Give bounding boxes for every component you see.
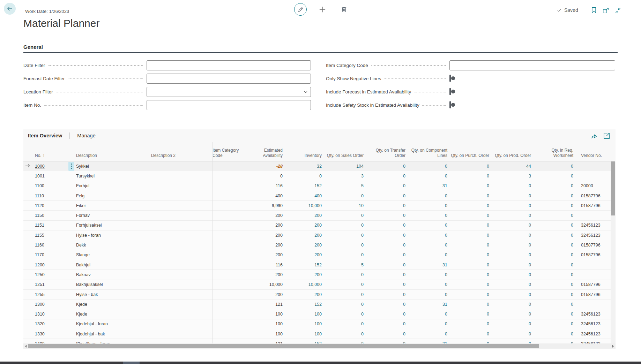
table-row[interactable]: 1001 Tursykkel 0 0 3 0 0 0 3 0	[23, 171, 611, 181]
cell-qty-sales-order[interactable]: 104	[323, 164, 365, 169]
table-row[interactable]: 1150 Fornav 200 200 0 0 0 0 0 0	[23, 211, 611, 220]
include-safety-stock-toggle[interactable]	[449, 101, 451, 108]
cell-qty-transfer-order[interactable]: 0	[365, 263, 407, 267]
cell-qty-transfer-order[interactable]: 0	[365, 233, 407, 238]
cell-qty-prod-order[interactable]: 44	[491, 164, 532, 169]
cell-no[interactable]: 1320	[35, 321, 66, 326]
cell-no[interactable]: 1250	[35, 272, 66, 277]
cell-inventory[interactable]: 10,000	[284, 203, 323, 208]
cell-qty-sales-order[interactable]: 0	[323, 243, 365, 248]
cell-qty-transfer-order[interactable]: 0	[365, 164, 407, 169]
vertical-scrollbar-thumb[interactable]	[611, 161, 615, 215]
cell-qty-sales-order[interactable]: 10	[323, 203, 365, 208]
cell-qty-transfer-order[interactable]: 0	[365, 282, 407, 287]
cell-inventory[interactable]: 152	[284, 183, 323, 188]
cell-description[interactable]: Kjede	[76, 312, 151, 317]
cell-qty-sales-order[interactable]: 0	[323, 312, 365, 317]
cell-qty-sales-order[interactable]: 0	[323, 272, 365, 277]
horizontal-scrollbar-thumb[interactable]	[28, 344, 539, 348]
cell-qty-transfer-order[interactable]: 0	[365, 213, 407, 218]
cell-qty-transfer-order[interactable]: 0	[365, 183, 407, 188]
open-in-excel-button[interactable]	[603, 132, 610, 139]
cell-qty-prod-order[interactable]: 0	[491, 332, 532, 336]
cell-qty-sales-order[interactable]: 0	[323, 332, 365, 336]
row-menu-icon[interactable]	[68, 162, 74, 171]
cell-qty-sales-order[interactable]: 5	[323, 263, 365, 267]
cell-no[interactable]: 1251	[35, 282, 66, 287]
cell-qty-purch-order[interactable]: 0	[449, 302, 491, 307]
cell-qty-prod-order[interactable]: 3	[491, 174, 532, 179]
cell-qty-req-worksheet[interactable]: 0	[532, 332, 575, 336]
table-row[interactable]: 1330 Kjedehjul - bak 100 100 0 0 0 0 0 0…	[23, 329, 611, 339]
cell-description[interactable]: Bakhjul	[76, 263, 151, 267]
cell-qty-prod-order[interactable]: 0	[491, 223, 532, 228]
cell-qty-purch-order[interactable]: 0	[449, 263, 491, 267]
cell-inventory[interactable]: 152	[284, 302, 323, 307]
cell-qty-component-lines[interactable]: 0	[407, 292, 449, 297]
cell-qty-transfer-order[interactable]: 0	[365, 321, 407, 326]
cell-qty-component-lines[interactable]: 0	[407, 174, 449, 179]
table-row[interactable]: 1170 Slange 200 200 0 0 0 0 0 0 01587796	[23, 250, 611, 260]
cell-qty-component-lines[interactable]: 0	[407, 223, 449, 228]
cell-inventory[interactable]: 32	[284, 164, 323, 169]
cell-qty-component-lines[interactable]: 31	[407, 302, 449, 307]
cell-qty-component-lines[interactable]: 31	[407, 183, 449, 188]
cell-qty-req-worksheet[interactable]: 0	[532, 302, 575, 307]
cell-qty-req-worksheet[interactable]: 0	[532, 223, 575, 228]
cell-no[interactable]: 1155	[35, 233, 66, 238]
cell-qty-sales-order[interactable]: 0	[323, 252, 365, 257]
cell-qty-purch-order[interactable]: 0	[449, 233, 491, 238]
cell-qty-purch-order[interactable]: 0	[449, 194, 491, 198]
share-button[interactable]	[591, 132, 598, 139]
location-filter-select[interactable]	[147, 87, 311, 97]
cell-qty-req-worksheet[interactable]: 0	[532, 272, 575, 277]
table-row[interactable]: 1251 Bakhjulsaksel 10,000 10,000 0 0 0 0…	[23, 280, 611, 290]
cell-qty-component-lines[interactable]: 0	[407, 321, 449, 326]
cell-qty-sales-order[interactable]: 0	[323, 194, 365, 198]
cell-qty-sales-order[interactable]: 0	[323, 213, 365, 218]
cell-no[interactable]: 1110	[35, 194, 66, 198]
cell-qty-req-worksheet[interactable]: 0	[532, 243, 575, 248]
bookmark-button[interactable]	[590, 7, 597, 14]
cell-qty-purch-order[interactable]: 0	[449, 223, 491, 228]
cell-description[interactable]: Slange	[76, 252, 151, 257]
column-header-item-category-code[interactable]: Item Category Code	[213, 148, 247, 161]
cell-qty-transfer-order[interactable]: 0	[365, 302, 407, 307]
cell-qty-purch-order[interactable]: 0	[449, 243, 491, 248]
cell-inventory[interactable]: 200	[284, 223, 323, 228]
cell-qty-prod-order[interactable]: 0	[491, 183, 532, 188]
table-row[interactable]: 1200 Bakhjul 116 152 5 0 31 0 0 0	[23, 260, 611, 270]
cell-inventory[interactable]: 152	[284, 263, 323, 267]
cell-qty-req-worksheet[interactable]: 0	[532, 233, 575, 238]
cell-qty-req-worksheet[interactable]: 0	[532, 183, 575, 188]
cell-qty-component-lines[interactable]: 0	[407, 194, 449, 198]
cell-qty-req-worksheet[interactable]: 0	[532, 282, 575, 287]
cell-qty-req-worksheet[interactable]: 0	[532, 164, 575, 169]
cell-qty-prod-order[interactable]: 0	[491, 213, 532, 218]
cell-qty-req-worksheet[interactable]: 0	[532, 292, 575, 297]
column-header-description-2[interactable]: Description 2	[151, 153, 213, 161]
cell-qty-component-lines[interactable]: 0	[407, 213, 449, 218]
tab-item-overview[interactable]: Item Overview	[28, 133, 62, 138]
cell-qty-prod-order[interactable]: 0	[491, 292, 532, 297]
column-header-qty-purch-order[interactable]: Qty. on Purch. Order	[449, 153, 491, 161]
cell-qty-transfer-order[interactable]: 0	[365, 223, 407, 228]
cell-no[interactable]: 1300	[35, 302, 66, 307]
cell-qty-component-lines[interactable]: 0	[407, 252, 449, 257]
cell-qty-prod-order[interactable]: 0	[491, 252, 532, 257]
cell-no[interactable]: 1100	[35, 183, 66, 188]
table-row[interactable]: 1250 Baknav 200 200 0 0 0 0 0 0	[23, 270, 611, 280]
edit-button[interactable]	[294, 3, 307, 16]
table-row[interactable]: 1310 Kjede 100 100 0 0 0 0 0 0 32456123	[23, 309, 611, 319]
cell-qty-prod-order[interactable]: 0	[491, 312, 532, 317]
cell-inventory[interactable]: 100	[284, 321, 323, 326]
cell-qty-req-worksheet[interactable]: 0	[532, 194, 575, 198]
cell-qty-prod-order[interactable]: 0	[491, 282, 532, 287]
cell-inventory[interactable]: 10,000	[284, 282, 323, 287]
cell-inventory[interactable]: 200	[284, 243, 323, 248]
column-header-qty-prod-order[interactable]: Qty. on Prod. Order	[491, 153, 532, 161]
cell-qty-sales-order[interactable]: 3	[323, 174, 365, 179]
cell-description[interactable]: Baknav	[76, 272, 151, 277]
cell-description[interactable]: Felg	[76, 194, 151, 198]
cell-qty-purch-order[interactable]: 0	[449, 292, 491, 297]
